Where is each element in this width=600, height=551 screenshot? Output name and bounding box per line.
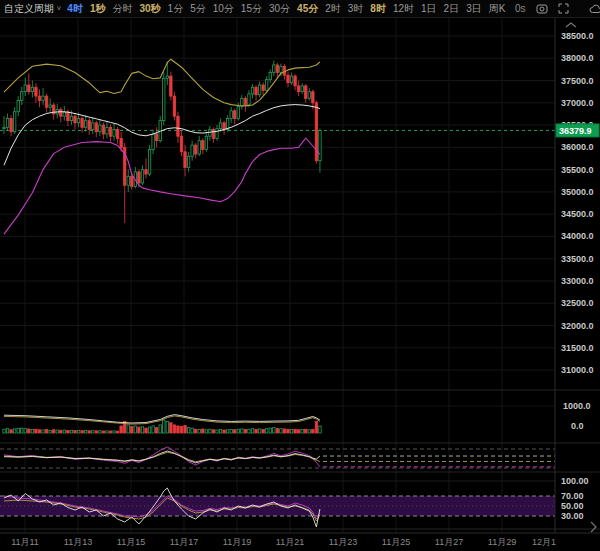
layout-menu[interactable]: 未命名 ∨ <box>589 2 600 16</box>
svg-text:100.00: 100.00 <box>561 476 589 486</box>
period-button-3[interactable]: 30秒 <box>139 2 160 16</box>
period-button-13[interactable]: 12时 <box>393 2 414 16</box>
svg-text:11月29: 11月29 <box>488 537 516 547</box>
period-button-1[interactable]: 1秒 <box>90 2 106 16</box>
svg-text:35500.0: 35500.0 <box>561 165 594 175</box>
svg-text:37000.0: 37000.0 <box>561 98 594 108</box>
svg-text:11月17: 11月17 <box>170 537 198 547</box>
bar-countdown: 0s <box>515 3 526 14</box>
svg-text:38500.0: 38500.0 <box>561 31 594 41</box>
svg-text:50.00: 50.00 <box>561 501 584 511</box>
custom-period-label: 自定义周期 <box>4 2 54 16</box>
svg-text:11月15: 11月15 <box>117 537 145 547</box>
period-button-10[interactable]: 2时 <box>325 2 341 16</box>
svg-text:12月1: 12月1 <box>532 537 556 547</box>
svg-text:32000.0: 32000.0 <box>561 321 594 331</box>
svg-text:11月23: 11月23 <box>329 537 357 547</box>
period-button-4[interactable]: 1分 <box>168 2 184 16</box>
period-buttons: 4时1秒分时30秒1分5分10分15分30分45分2时3时8时12时1日2日3日… <box>64 2 509 16</box>
top-toolbar: 自定义周期 ∨ 4时1秒分时30秒1分5分10分15分30分45分2时3时8时1… <box>0 0 600 18</box>
svg-text:11月19: 11月19 <box>223 537 251 547</box>
period-button-8[interactable]: 30分 <box>269 2 290 16</box>
custom-period-dropdown[interactable]: 自定义周期 ∨ <box>4 2 62 16</box>
svg-text:11月11: 11月11 <box>11 537 39 547</box>
svg-text:37500.0: 37500.0 <box>561 76 594 86</box>
svg-text:11月13: 11月13 <box>64 537 92 547</box>
period-button-12[interactable]: 8时 <box>370 2 386 16</box>
chart-canvas[interactable]: 38500.038000.037500.037000.036500.036000… <box>0 0 600 551</box>
svg-text:36000.0: 36000.0 <box>561 142 594 152</box>
last-price-tag: 36379.9 <box>556 124 599 137</box>
period-button-9[interactable]: 45分 <box>297 2 318 16</box>
chevron-down-icon: ∨ <box>56 5 62 12</box>
trading-chart-app: 38500.038000.037500.037000.036500.036000… <box>0 0 600 551</box>
period-button-17[interactable]: 周K <box>489 2 506 16</box>
svg-text:0.0: 0.0 <box>571 421 584 431</box>
svg-text:31000.0: 31000.0 <box>561 365 594 375</box>
svg-text:32500.0: 32500.0 <box>561 298 594 308</box>
svg-text:70.00: 70.00 <box>561 491 584 501</box>
svg-text:11月27: 11月27 <box>435 537 463 547</box>
svg-text:33000.0: 33000.0 <box>561 276 594 286</box>
svg-text:33500.0: 33500.0 <box>561 254 594 264</box>
svg-text:34500.0: 34500.0 <box>561 209 594 219</box>
period-button-16[interactable]: 3日 <box>466 2 482 16</box>
camera-icon[interactable] <box>536 3 548 14</box>
period-button-7[interactable]: 15分 <box>241 2 262 16</box>
svg-text:31500.0: 31500.0 <box>561 343 594 353</box>
svg-text:11月21: 11月21 <box>276 537 304 547</box>
svg-text:30.00: 30.00 <box>561 511 584 521</box>
period-button-15[interactable]: 2日 <box>444 2 460 16</box>
svg-text:34000.0: 34000.0 <box>561 231 594 241</box>
svg-text:11月25: 11月25 <box>382 537 410 547</box>
period-button-5[interactable]: 5分 <box>190 2 206 16</box>
period-button-11[interactable]: 3时 <box>348 2 364 16</box>
fullscreen-icon[interactable] <box>558 3 569 14</box>
period-button-2[interactable]: 分时 <box>112 2 132 16</box>
period-button-6[interactable]: 10分 <box>213 2 234 16</box>
kdj-band-layer <box>0 496 555 516</box>
period-button-14[interactable]: 1日 <box>421 2 437 16</box>
svg-text:1000.0: 1000.0 <box>563 401 591 411</box>
svg-text:36379.9: 36379.9 <box>559 126 592 136</box>
svg-text:38000.0: 38000.0 <box>561 53 594 63</box>
svg-text:35000.0: 35000.0 <box>561 187 594 197</box>
period-button-0[interactable]: 4时 <box>67 2 83 16</box>
